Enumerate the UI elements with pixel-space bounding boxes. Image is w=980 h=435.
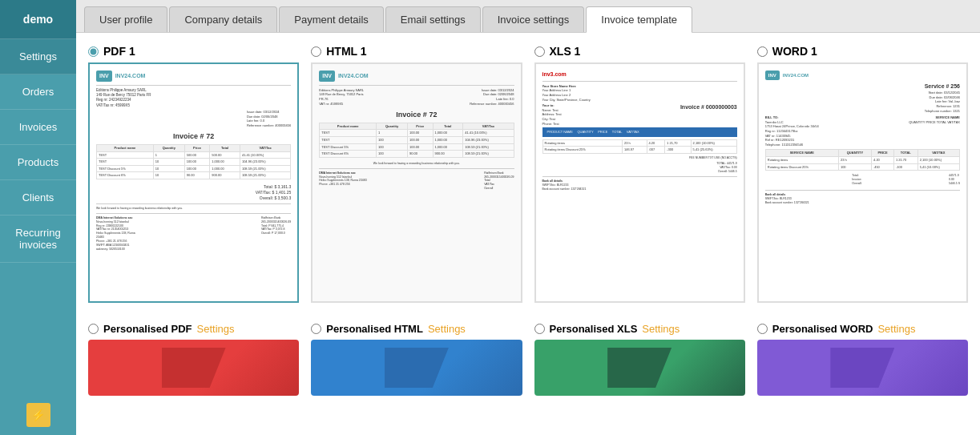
template-pdf1-preview[interactable]: INV INV24.COM Editions Philippe Amaury S… bbox=[88, 62, 299, 303]
personalised-xls-settings-link[interactable]: Settings bbox=[642, 323, 680, 335]
personalised-xls-radio[interactable] bbox=[534, 324, 545, 334]
template-html1: HTML 1 INV INV24.COM Editions Philippe A… bbox=[311, 45, 522, 303]
word1-preview-content: INV INV24.COM Service # 256 Start date: … bbox=[759, 64, 966, 301]
template-pdf1-radio[interactable] bbox=[88, 46, 99, 57]
sidebar: demo Settings Orders Invoices Products C… bbox=[0, 0, 76, 435]
tab-invoice-template[interactable]: Invoice template bbox=[586, 6, 692, 33]
template-xls1-preview[interactable]: inv3.com Your Store Name Here Your Addre… bbox=[534, 62, 745, 303]
template-html1-label: HTML 1 bbox=[311, 45, 522, 58]
personalised-html-label: Personalised HTML Settings bbox=[311, 323, 522, 335]
template-grid: PDF 1 INV INV24.COM Editions Philippe Am… bbox=[88, 45, 968, 303]
personalised-pdf-preview bbox=[88, 340, 299, 396]
tab-company-details[interactable]: Company details bbox=[169, 6, 277, 32]
personalised-html: Personalised HTML Settings bbox=[311, 323, 522, 396]
personalised-pdf-shape bbox=[162, 348, 226, 388]
main-area: User profile Company details Payment det… bbox=[76, 0, 980, 435]
sidebar-demo-label: demo bbox=[0, 0, 76, 39]
xls1-preview-content: inv3.com Your Store Name Here Your Addre… bbox=[536, 64, 744, 301]
template-pdf1-label: PDF 1 bbox=[88, 45, 299, 58]
tab-invoice-settings[interactable]: Invoice settings bbox=[482, 6, 585, 32]
personalised-html-preview bbox=[311, 340, 522, 396]
html1-preview-content: INV INV24.COM Editions Philippe Amaury S… bbox=[313, 64, 520, 301]
personalised-word-settings-link[interactable]: Settings bbox=[877, 323, 915, 335]
personalised-word-shape bbox=[830, 348, 894, 388]
personalised-html-radio[interactable] bbox=[311, 324, 321, 334]
personalised-html-shape bbox=[385, 348, 449, 388]
tab-email-settings[interactable]: Email settings bbox=[385, 6, 481, 32]
sidebar-item-clients[interactable]: Clients bbox=[0, 180, 76, 215]
sidebar-item-orders[interactable]: Orders bbox=[0, 75, 76, 110]
sidebar-item-invoices[interactable]: Invoices bbox=[0, 110, 76, 145]
sidebar-bottom: ⚡ bbox=[0, 395, 76, 435]
sidebar-item-recurring[interactable]: Recurring invoices bbox=[0, 215, 76, 263]
pdf1-preview-content: INV INV24.COM Editions Philippe Amaury S… bbox=[90, 64, 297, 301]
personalised-html-settings-link[interactable]: Settings bbox=[428, 323, 466, 335]
template-word1-preview[interactable]: INV INV24.COM Service # 256 Start date: … bbox=[757, 62, 968, 303]
personalised-xls-label: Personalised XLS Settings bbox=[534, 323, 745, 335]
tab-bar: User profile Company details Payment det… bbox=[76, 0, 980, 33]
template-html1-radio[interactable] bbox=[311, 46, 321, 57]
personalised-word-preview bbox=[757, 340, 968, 396]
personalised-pdf-label: Personalised PDF Settings bbox=[88, 323, 299, 335]
sidebar-action-button[interactable]: ⚡ bbox=[26, 403, 50, 427]
personalised-word-label: Personalised WORD Settings bbox=[757, 323, 968, 335]
content-area: PDF 1 INV INV24.COM Editions Philippe Am… bbox=[76, 33, 980, 435]
template-pdf1: PDF 1 INV INV24.COM Editions Philippe Am… bbox=[88, 45, 299, 303]
template-xls1: XLS 1 inv3.com Your Store Name Here Your… bbox=[534, 45, 745, 303]
tab-payment-details[interactable]: Payment details bbox=[279, 6, 384, 32]
personalised-word-radio[interactable] bbox=[757, 324, 768, 334]
personalised-word: Personalised WORD Settings bbox=[757, 323, 968, 396]
template-word1-radio[interactable] bbox=[757, 46, 768, 57]
personalised-xls: Personalised XLS Settings bbox=[534, 323, 745, 396]
template-xls1-radio[interactable] bbox=[534, 46, 545, 57]
personalised-xls-shape bbox=[607, 348, 671, 388]
personalised-pdf: Personalised PDF Settings bbox=[88, 323, 299, 396]
template-word1: WORD 1 INV INV24.COM Service # 256 Start… bbox=[757, 45, 968, 303]
sidebar-item-products[interactable]: Products bbox=[0, 145, 76, 180]
tab-user-profile[interactable]: User profile bbox=[84, 6, 167, 32]
template-xls1-label: XLS 1 bbox=[534, 45, 745, 58]
personalised-xls-preview bbox=[534, 340, 745, 396]
personalised-pdf-settings-link[interactable]: Settings bbox=[197, 323, 235, 335]
template-html1-preview[interactable]: INV INV24.COM Editions Philippe Amaury S… bbox=[311, 62, 522, 303]
personalised-pdf-radio[interactable] bbox=[88, 324, 99, 334]
personalised-grid: Personalised PDF Settings Personalised H… bbox=[88, 323, 968, 396]
sidebar-item-settings[interactable]: Settings bbox=[0, 39, 76, 75]
template-word1-label: WORD 1 bbox=[757, 45, 968, 58]
